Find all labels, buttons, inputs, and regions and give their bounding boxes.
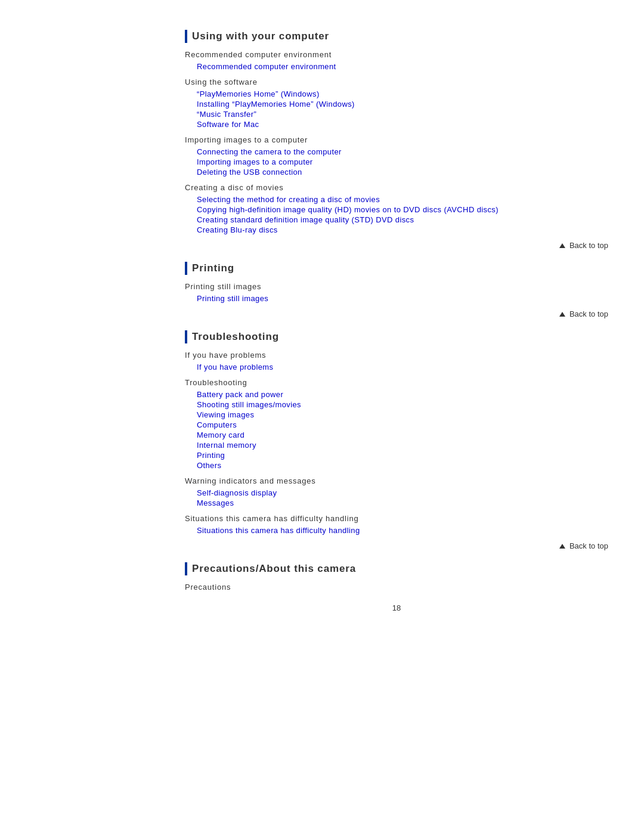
subsection-title-precautions: Precautions: [185, 583, 608, 592]
section-troubleshooting: Troubleshooting If you have problems If …: [185, 330, 608, 550]
back-to-top-link-printing[interactable]: Back to top: [559, 309, 608, 318]
link-deleting-usb-connection[interactable]: Deleting the USB connection: [185, 167, 608, 177]
section-heading-troubleshooting: Troubleshooting: [185, 330, 608, 343]
section-heading-bar-printing: [185, 262, 187, 275]
subsection-creating-disc: Creating a disc of movies Selecting the …: [185, 183, 608, 235]
section-title-precautions: Precautions/About this camera: [192, 563, 356, 575]
subsection-title-if-problems: If you have problems: [185, 351, 608, 360]
link-copying-hd-movies-dvd[interactable]: Copying high-definition image quality (H…: [185, 205, 608, 215]
subsection-printing-still: Printing still images Printing still ima…: [185, 282, 608, 304]
section-title-using-with-computer: Using with your computer: [192, 30, 329, 42]
subsection-title-troubleshooting-links: Troubleshooting: [185, 378, 608, 387]
link-playmemories-home-windows[interactable]: “PlayMemories Home” (Windows): [185, 89, 608, 99]
link-viewing-images[interactable]: Viewing images: [185, 410, 608, 420]
link-if-you-have-problems[interactable]: If you have problems: [185, 362, 608, 372]
section-heading-using-with-computer: Using with your computer: [185, 30, 608, 43]
link-selecting-method-disc[interactable]: Selecting the method for creating a disc…: [185, 194, 608, 205]
section-heading-precautions: Precautions/About this camera: [185, 562, 608, 575]
subsection-title-situations-difficulty: Situations this camera has difficulty ha…: [185, 514, 608, 523]
section-title-printing: Printing: [192, 262, 234, 274]
link-creating-std-dvd[interactable]: Creating standard definition image quali…: [185, 215, 608, 225]
subsection-importing-images: Importing images to a computer Connectin…: [185, 135, 608, 177]
link-printing-ts[interactable]: Printing: [185, 450, 608, 460]
link-recommended-env[interactable]: Recommended computer environment: [185, 61, 608, 72]
section-heading-printing: Printing: [185, 262, 608, 275]
back-to-top-using-computer: Back to top: [185, 241, 608, 250]
link-computers[interactable]: Computers: [185, 420, 608, 430]
link-battery-pack-power[interactable]: Battery pack and power: [185, 389, 608, 400]
subsection-if-problems: If you have problems If you have problem…: [185, 351, 608, 372]
link-creating-bluray[interactable]: Creating Blu-ray discs: [185, 225, 608, 235]
back-to-top-label-1: Back to top: [569, 241, 608, 250]
triangle-up-icon-printing: [559, 312, 565, 317]
link-importing-images-computer[interactable]: Importing images to a computer: [185, 157, 608, 167]
back-to-top-printing: Back to top: [185, 309, 608, 318]
section-precautions: Precautions/About this camera Precaution…: [185, 562, 608, 592]
back-to-top-label-3: Back to top: [569, 541, 608, 550]
subsection-title-importing-images: Importing images to a computer: [185, 135, 608, 144]
section-title-troubleshooting: Troubleshooting: [192, 331, 279, 343]
subsection-title-recommended-env: Recommended computer environment: [185, 50, 608, 59]
subsection-situations-difficulty: Situations this camera has difficulty ha…: [185, 514, 608, 535]
back-to-top-link-using-computer[interactable]: Back to top: [559, 241, 608, 250]
page-number: 18: [185, 603, 608, 612]
section-heading-bar-precautions: [185, 562, 187, 575]
triangle-up-icon-troubleshooting: [559, 544, 565, 549]
link-others[interactable]: Others: [185, 460, 608, 470]
link-internal-memory[interactable]: Internal memory: [185, 440, 608, 450]
back-to-top-label-2: Back to top: [569, 309, 608, 318]
link-situations-difficulty[interactable]: Situations this camera has difficulty ha…: [185, 525, 608, 535]
link-software-for-mac[interactable]: Software for Mac: [185, 119, 608, 129]
link-shooting-still-movies[interactable]: Shooting still images/movies: [185, 400, 608, 410]
link-music-transfer[interactable]: “Music Transfer”: [185, 109, 608, 119]
triangle-up-icon: [559, 243, 565, 248]
section-printing: Printing Printing still images Printing …: [185, 262, 608, 318]
subsection-recommended-env: Recommended computer environment Recomme…: [185, 50, 608, 72]
link-installing-playmemories-home[interactable]: Installing “PlayMemories Home” (Windows): [185, 99, 608, 109]
subsection-troubleshooting-links: Troubleshooting Battery pack and power S…: [185, 378, 608, 470]
subsection-title-warning-indicators: Warning indicators and messages: [185, 476, 608, 485]
subsection-warning-indicators: Warning indicators and messages Self-dia…: [185, 476, 608, 508]
link-connecting-camera-computer[interactable]: Connecting the camera to the computer: [185, 147, 608, 157]
section-using-with-computer: Using with your computer Recommended com…: [185, 30, 608, 250]
subsection-precautions: Precautions: [185, 583, 608, 592]
section-heading-bar: [185, 30, 187, 43]
page-container: Using with your computer Recommended com…: [0, 0, 644, 833]
subsection-title-creating-disc: Creating a disc of movies: [185, 183, 608, 192]
link-memory-card[interactable]: Memory card: [185, 430, 608, 440]
back-to-top-troubleshooting: Back to top: [185, 541, 608, 550]
subsection-title-printing-still: Printing still images: [185, 282, 608, 291]
back-to-top-link-troubleshooting[interactable]: Back to top: [559, 541, 608, 550]
section-heading-bar-troubleshooting: [185, 330, 187, 343]
subsection-using-software: Using the software “PlayMemories Home” (…: [185, 78, 608, 129]
subsection-title-using-software: Using the software: [185, 78, 608, 86]
link-self-diagnosis-display[interactable]: Self-diagnosis display: [185, 488, 608, 498]
content-area: Using with your computer Recommended com…: [185, 30, 608, 612]
link-printing-still-images[interactable]: Printing still images: [185, 293, 608, 304]
link-messages[interactable]: Messages: [185, 498, 608, 508]
